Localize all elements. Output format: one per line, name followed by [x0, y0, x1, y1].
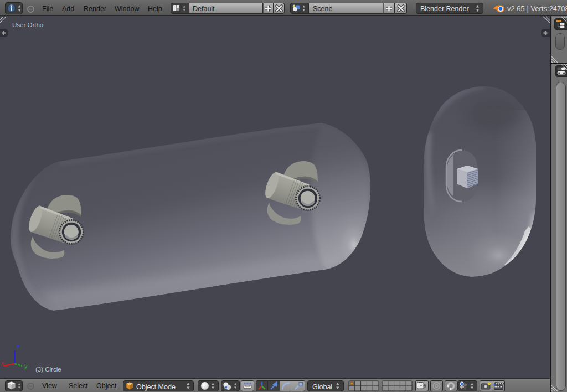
svg-text:y: y: [24, 363, 28, 369]
svg-text:z: z: [17, 343, 20, 350]
svg-text:x: x: [1, 360, 4, 366]
